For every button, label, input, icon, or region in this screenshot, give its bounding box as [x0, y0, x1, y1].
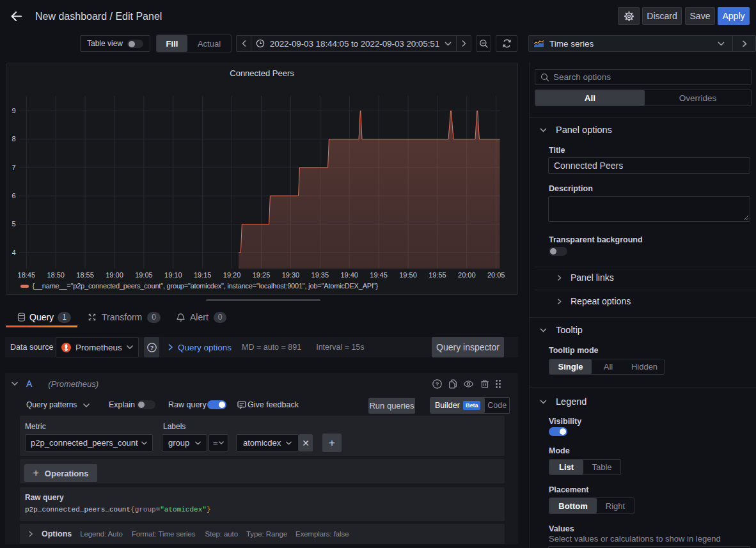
svg-text:7: 7 — [12, 164, 15, 171]
svg-text:20:05: 20:05 — [487, 271, 505, 279]
svg-text:19:20: 19:20 — [223, 271, 241, 279]
svg-text:19:05: 19:05 — [135, 271, 153, 279]
svg-text:19:25: 19:25 — [253, 271, 271, 279]
svg-text:19:15: 19:15 — [194, 271, 212, 279]
svg-text:8: 8 — [12, 135, 15, 143]
svg-text:4: 4 — [12, 249, 15, 256]
svg-text:20:00: 20:00 — [458, 271, 476, 279]
svg-text:19:00: 19:00 — [106, 271, 123, 279]
svg-text:?: ? — [436, 381, 439, 388]
svg-text:18:45: 18:45 — [18, 271, 36, 279]
svg-text:19:55: 19:55 — [429, 271, 446, 279]
svg-text:19:35: 19:35 — [311, 271, 329, 279]
svg-text:?: ? — [150, 344, 154, 350]
svg-text:9: 9 — [12, 107, 15, 114]
svg-text:19:50: 19:50 — [399, 271, 417, 279]
svg-text:19:10: 19:10 — [164, 271, 182, 279]
svg-text:19:40: 19:40 — [340, 271, 358, 279]
svg-text:18:55: 18:55 — [76, 271, 94, 279]
svg-text:{__name__="p2p_connected_peers: {__name__="p2p_connected_peers_count", g… — [33, 282, 379, 290]
svg-text:19:30: 19:30 — [282, 271, 300, 279]
svg-text:5: 5 — [12, 220, 15, 228]
svg-text:18:50: 18:50 — [47, 271, 65, 279]
svg-text:19:45: 19:45 — [370, 271, 388, 279]
svg-text:6: 6 — [12, 192, 15, 200]
